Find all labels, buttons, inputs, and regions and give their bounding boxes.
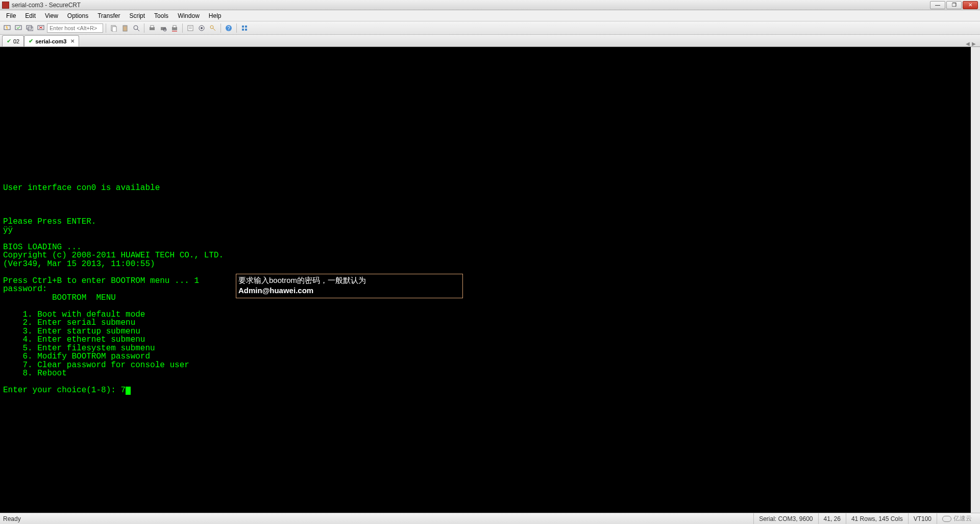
gear-icon[interactable]: [197, 23, 207, 33]
check-icon: ✔: [7, 38, 11, 44]
copy-icon[interactable]: [109, 23, 119, 33]
monitor-copy-icon[interactable]: [24, 23, 35, 33]
tab-label: serial-com3: [35, 38, 66, 44]
terminal-scrollbar[interactable]: [971, 47, 980, 513]
key-icon[interactable]: [208, 23, 218, 33]
svg-text:?: ?: [227, 26, 230, 31]
print-icon[interactable]: [147, 23, 157, 33]
grid-icon[interactable]: [239, 23, 250, 33]
scrollbar-thumb[interactable]: [972, 48, 979, 188]
help-icon[interactable]: ?: [224, 23, 234, 33]
find-icon[interactable]: [131, 23, 141, 33]
svg-rect-8: [124, 25, 126, 27]
menu-options[interactable]: Options: [63, 11, 92, 21]
tab-session-02[interactable]: ✔ 02: [2, 35, 24, 46]
svg-point-21: [201, 27, 203, 29]
terminal-output: User interface con0 is available Please …: [0, 47, 971, 397]
window-title: serial-com3 - SecureCRT: [12, 2, 81, 9]
svg-rect-26: [242, 26, 244, 28]
close-icon[interactable]: ✕: [70, 38, 75, 44]
svg-line-23: [213, 28, 215, 31]
terminal[interactable]: User interface con0 is available Please …: [0, 47, 980, 513]
tab-next-icon[interactable]: ▶: [972, 41, 976, 46]
svg-rect-1: [15, 26, 21, 30]
tabbar: ✔ 02 ✔ serial-com3 ✕ ◀ ▶: [0, 35, 980, 47]
svg-rect-27: [245, 26, 247, 28]
monitor-lightning-icon[interactable]: [2, 23, 12, 33]
svg-rect-29: [245, 29, 247, 31]
statusbar: Ready Serial: COM3, 9600 41, 26 41 Rows,…: [0, 513, 980, 524]
tab-prev-icon[interactable]: ◀: [966, 41, 970, 46]
menubar: File Edit View Options Transfer Script T…: [0, 10, 980, 21]
menu-view[interactable]: View: [41, 11, 62, 21]
minimize-button[interactable]: —: [930, 1, 945, 9]
status-cursor: 41, 26: [818, 513, 846, 524]
svg-rect-12: [151, 26, 154, 28]
close-button[interactable]: ✕: [963, 1, 978, 9]
menu-edit[interactable]: Edit: [21, 11, 40, 21]
svg-rect-17: [188, 26, 193, 31]
menu-tools[interactable]: Tools: [150, 11, 173, 21]
tab-serial-com3[interactable]: ✔ serial-com3 ✕: [24, 35, 79, 46]
print-setup-icon[interactable]: [169, 23, 180, 33]
svg-rect-28: [242, 29, 244, 31]
svg-rect-6: [112, 27, 116, 32]
status-ready: Ready: [3, 515, 21, 522]
status-size: 41 Rows, 145 Cols: [846, 513, 908, 524]
menu-file[interactable]: File: [2, 11, 20, 21]
menu-script[interactable]: Script: [125, 11, 149, 21]
svg-line-10: [137, 29, 139, 31]
watermark-text: 亿速云: [953, 514, 972, 523]
status-emulation: VT100: [908, 513, 937, 524]
host-input[interactable]: [47, 23, 103, 33]
svg-point-9: [134, 26, 138, 30]
menu-window[interactable]: Window: [174, 11, 204, 21]
watermark-logo: 亿速云: [937, 513, 977, 524]
print-preview-icon[interactable]: [158, 23, 168, 33]
window-titlebar: serial-com3 - SecureCRT — ❐ ✕: [0, 0, 980, 10]
menu-transfer[interactable]: Transfer: [93, 11, 124, 21]
monitor-check-icon[interactable]: [13, 23, 23, 33]
status-connection: Serial: COM3, 9600: [753, 513, 818, 524]
maximize-button[interactable]: ❐: [946, 1, 962, 9]
menu-help[interactable]: Help: [205, 11, 226, 21]
svg-rect-16: [173, 26, 176, 28]
app-icon: [2, 2, 9, 9]
properties-icon[interactable]: [185, 23, 195, 33]
tab-label: 02: [13, 38, 19, 44]
check-icon: ✔: [29, 38, 33, 44]
paste-icon[interactable]: [120, 23, 130, 33]
cloud-icon: [942, 516, 951, 522]
toolbar: ?: [0, 21, 980, 35]
monitor-x-icon[interactable]: [36, 23, 46, 33]
